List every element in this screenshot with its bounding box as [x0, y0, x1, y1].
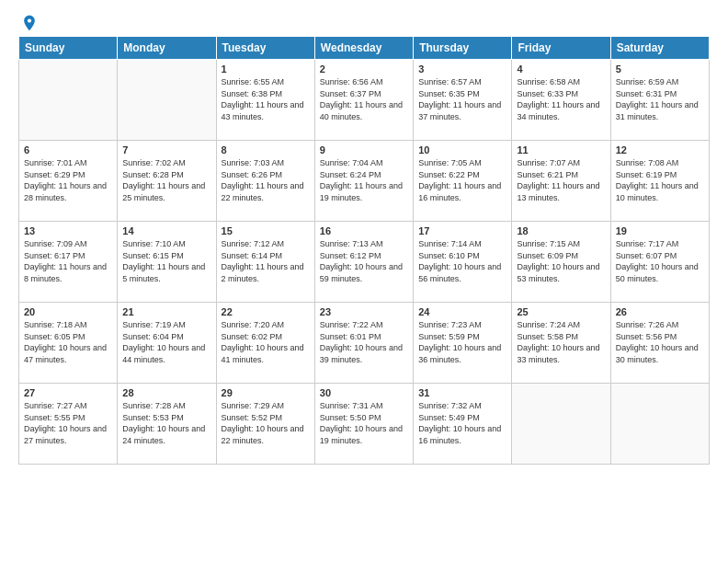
calendar-cell: 29Sunrise: 7:29 AM Sunset: 5:52 PM Dayli… [216, 384, 314, 465]
cell-content: Sunrise: 7:26 AM Sunset: 5:56 PM Dayligh… [616, 319, 704, 365]
page: SundayMondayTuesdayWednesdayThursdayFrid… [0, 0, 728, 563]
cell-content: Sunrise: 7:09 AM Sunset: 6:17 PM Dayligh… [24, 238, 112, 284]
cell-content: Sunrise: 6:58 AM Sunset: 6:33 PM Dayligh… [517, 76, 605, 122]
day-number: 18 [517, 225, 605, 236]
calendar-cell: 7Sunrise: 7:02 AM Sunset: 6:28 PM Daylig… [118, 141, 216, 222]
day-number: 8 [222, 144, 310, 155]
day-number: 25 [517, 306, 605, 317]
cell-content: Sunrise: 7:29 AM Sunset: 5:52 PM Dayligh… [222, 400, 310, 446]
calendar-cell: 2Sunrise: 6:56 AM Sunset: 6:37 PM Daylig… [314, 60, 413, 141]
week-row-1: 1Sunrise: 6:55 AM Sunset: 6:38 PM Daylig… [19, 60, 710, 141]
day-number: 20 [24, 306, 112, 317]
calendar-cell: 11Sunrise: 7:07 AM Sunset: 6:21 PM Dayli… [512, 141, 610, 222]
calendar-cell [610, 384, 709, 465]
cell-content: Sunrise: 7:32 AM Sunset: 5:49 PM Dayligh… [418, 400, 506, 446]
calendar-cell: 19Sunrise: 7:17 AM Sunset: 6:07 PM Dayli… [610, 222, 709, 303]
logo-text [18, 14, 39, 32]
calendar-cell: 6Sunrise: 7:01 AM Sunset: 6:29 PM Daylig… [19, 141, 118, 222]
week-row-3: 13Sunrise: 7:09 AM Sunset: 6:17 PM Dayli… [19, 222, 710, 303]
calendar-cell: 27Sunrise: 7:27 AM Sunset: 5:55 PM Dayli… [19, 384, 118, 465]
cell-content: Sunrise: 7:14 AM Sunset: 6:10 PM Dayligh… [418, 238, 506, 284]
day-number: 5 [616, 63, 704, 75]
calendar-cell: 13Sunrise: 7:09 AM Sunset: 6:17 PM Dayli… [19, 222, 118, 303]
cell-content: Sunrise: 7:24 AM Sunset: 5:58 PM Dayligh… [517, 319, 605, 365]
day-number: 19 [616, 225, 704, 236]
cell-content: Sunrise: 7:20 AM Sunset: 6:02 PM Dayligh… [222, 319, 310, 365]
day-header-thursday: Thursday [414, 37, 512, 60]
cell-content: Sunrise: 7:10 AM Sunset: 6:15 PM Dayligh… [122, 238, 210, 284]
day-number: 1 [222, 63, 310, 75]
cell-content: Sunrise: 7:23 AM Sunset: 5:59 PM Dayligh… [418, 319, 506, 365]
calendar-cell: 22Sunrise: 7:20 AM Sunset: 6:02 PM Dayli… [216, 303, 314, 384]
cell-content: Sunrise: 6:57 AM Sunset: 6:35 PM Dayligh… [418, 76, 506, 122]
day-number: 29 [222, 387, 310, 398]
calendar-cell: 12Sunrise: 7:08 AM Sunset: 6:19 PM Dayli… [610, 141, 709, 222]
day-header-tuesday: Tuesday [216, 37, 314, 60]
day-number: 11 [517, 144, 605, 155]
day-number: 16 [320, 225, 408, 236]
calendar-cell: 10Sunrise: 7:05 AM Sunset: 6:22 PM Dayli… [414, 141, 512, 222]
cell-content: Sunrise: 7:04 AM Sunset: 6:24 PM Dayligh… [320, 157, 408, 203]
calendar-cell: 20Sunrise: 7:18 AM Sunset: 6:05 PM Dayli… [19, 303, 118, 384]
cell-content: Sunrise: 7:18 AM Sunset: 6:05 PM Dayligh… [24, 319, 112, 365]
day-number: 10 [418, 144, 506, 155]
day-number: 31 [418, 387, 506, 398]
calendar: SundayMondayTuesdayWednesdayThursdayFrid… [18, 36, 710, 465]
day-number: 13 [24, 225, 112, 236]
cell-content: Sunrise: 6:59 AM Sunset: 6:31 PM Dayligh… [616, 76, 704, 122]
cell-content: Sunrise: 7:27 AM Sunset: 5:55 PM Dayligh… [24, 400, 112, 446]
calendar-cell: 28Sunrise: 7:28 AM Sunset: 5:53 PM Dayli… [118, 384, 216, 465]
calendar-cell: 9Sunrise: 7:04 AM Sunset: 6:24 PM Daylig… [314, 141, 413, 222]
calendar-cell: 31Sunrise: 7:32 AM Sunset: 5:49 PM Dayli… [414, 384, 512, 465]
cell-content: Sunrise: 7:31 AM Sunset: 5:50 PM Dayligh… [320, 400, 408, 446]
header [18, 14, 710, 29]
calendar-cell: 15Sunrise: 7:12 AM Sunset: 6:14 PM Dayli… [216, 222, 314, 303]
calendar-cell [118, 60, 216, 141]
calendar-cell: 1Sunrise: 6:55 AM Sunset: 6:38 PM Daylig… [216, 60, 314, 141]
day-number: 3 [418, 63, 506, 75]
day-number: 9 [320, 144, 408, 155]
cell-content: Sunrise: 7:22 AM Sunset: 6:01 PM Dayligh… [320, 319, 408, 365]
day-number: 26 [616, 306, 704, 317]
day-header-monday: Monday [118, 37, 216, 60]
day-number: 28 [122, 387, 210, 398]
cell-content: Sunrise: 7:15 AM Sunset: 6:09 PM Dayligh… [517, 238, 605, 284]
week-row-2: 6Sunrise: 7:01 AM Sunset: 6:29 PM Daylig… [19, 141, 710, 222]
day-number: 27 [24, 387, 112, 398]
calendar-cell: 23Sunrise: 7:22 AM Sunset: 6:01 PM Dayli… [314, 303, 413, 384]
day-number: 22 [222, 306, 310, 317]
calendar-cell: 30Sunrise: 7:31 AM Sunset: 5:50 PM Dayli… [314, 384, 413, 465]
calendar-header-row: SundayMondayTuesdayWednesdayThursdayFrid… [19, 37, 710, 60]
day-number: 7 [122, 144, 210, 155]
calendar-cell: 3Sunrise: 6:57 AM Sunset: 6:35 PM Daylig… [414, 60, 512, 141]
calendar-cell: 5Sunrise: 6:59 AM Sunset: 6:31 PM Daylig… [610, 60, 709, 141]
cell-content: Sunrise: 7:13 AM Sunset: 6:12 PM Dayligh… [320, 238, 408, 284]
day-header-sunday: Sunday [19, 37, 118, 60]
day-header-saturday: Saturday [610, 37, 709, 60]
week-row-4: 20Sunrise: 7:18 AM Sunset: 6:05 PM Dayli… [19, 303, 710, 384]
week-row-5: 27Sunrise: 7:27 AM Sunset: 5:55 PM Dayli… [19, 384, 710, 465]
cell-content: Sunrise: 7:07 AM Sunset: 6:21 PM Dayligh… [517, 157, 605, 203]
day-number: 15 [222, 225, 310, 236]
calendar-cell: 17Sunrise: 7:14 AM Sunset: 6:10 PM Dayli… [414, 222, 512, 303]
cell-content: Sunrise: 7:02 AM Sunset: 6:28 PM Dayligh… [122, 157, 210, 203]
day-number: 12 [616, 144, 704, 155]
cell-content: Sunrise: 7:05 AM Sunset: 6:22 PM Dayligh… [418, 157, 506, 203]
calendar-cell: 4Sunrise: 6:58 AM Sunset: 6:33 PM Daylig… [512, 60, 610, 141]
day-header-wednesday: Wednesday [314, 37, 413, 60]
day-number: 24 [418, 306, 506, 317]
day-number: 14 [122, 225, 210, 236]
day-number: 30 [320, 387, 408, 398]
cell-content: Sunrise: 7:19 AM Sunset: 6:04 PM Dayligh… [122, 319, 210, 365]
calendar-cell: 16Sunrise: 7:13 AM Sunset: 6:12 PM Dayli… [314, 222, 413, 303]
logo [18, 14, 39, 29]
day-header-friday: Friday [512, 37, 610, 60]
calendar-cell [19, 60, 118, 141]
calendar-cell: 21Sunrise: 7:19 AM Sunset: 6:04 PM Dayli… [118, 303, 216, 384]
calendar-cell: 25Sunrise: 7:24 AM Sunset: 5:58 PM Dayli… [512, 303, 610, 384]
calendar-cell: 8Sunrise: 7:03 AM Sunset: 6:26 PM Daylig… [216, 141, 314, 222]
day-number: 6 [24, 144, 112, 155]
calendar-cell: 18Sunrise: 7:15 AM Sunset: 6:09 PM Dayli… [512, 222, 610, 303]
calendar-cell: 14Sunrise: 7:10 AM Sunset: 6:15 PM Dayli… [118, 222, 216, 303]
day-number: 4 [517, 63, 605, 75]
